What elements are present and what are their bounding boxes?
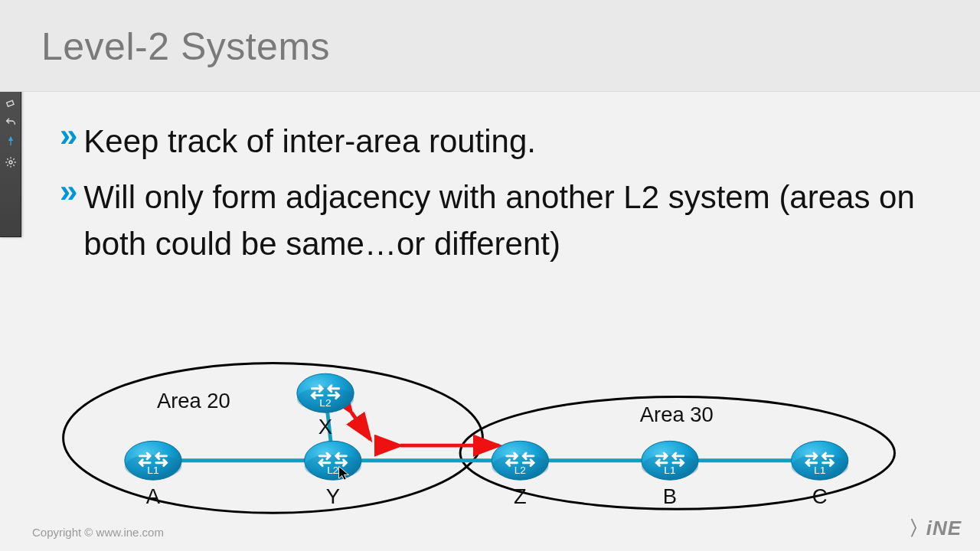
undo-icon[interactable] bbox=[3, 115, 18, 130]
gear-icon[interactable] bbox=[3, 155, 18, 170]
title-bar: Level-2 Systems bbox=[0, 0, 980, 92]
router-Z: L2 Z bbox=[492, 441, 548, 508]
eraser-icon[interactable] bbox=[3, 95, 18, 110]
adjacency-arrows bbox=[351, 412, 499, 445]
area-20-label: Area 20 bbox=[157, 389, 230, 412]
copyright-text: Copyright © www.ine.com bbox=[32, 526, 164, 539]
router-Z-name: Z bbox=[514, 484, 527, 508]
router-B-name: B bbox=[663, 484, 677, 508]
bullet-item: » Will only form adjacency with another … bbox=[60, 174, 957, 268]
router-X-name: X bbox=[318, 415, 332, 439]
page-title: Level-2 Systems bbox=[41, 24, 330, 69]
router-X: L2 X bbox=[297, 373, 354, 438]
router-Y-name: Y bbox=[326, 484, 340, 508]
svg-line-10 bbox=[351, 412, 370, 439]
router-A: L1 A bbox=[125, 441, 181, 508]
ine-logo: iNE bbox=[909, 515, 962, 542]
area-20-boundary bbox=[64, 364, 483, 514]
router-A-name: A bbox=[146, 484, 161, 508]
bullet-item: » Keep track of inter-area routing. bbox=[60, 119, 957, 165]
bullet-text: Keep track of inter-area routing. bbox=[83, 119, 536, 165]
svg-point-2 bbox=[9, 161, 12, 164]
router-A-level: L1 bbox=[147, 465, 158, 476]
router-B-level: L1 bbox=[664, 465, 675, 476]
pushpin-icon[interactable] bbox=[3, 135, 18, 150]
area-30-label: Area 30 bbox=[640, 403, 714, 426]
router-X-level: L2 bbox=[319, 397, 331, 409]
bullet-marker-icon: » bbox=[60, 119, 73, 152]
router-C-level: L1 bbox=[814, 465, 825, 476]
router-Y-level: L2 bbox=[327, 465, 338, 476]
router-Z-level: L2 bbox=[514, 465, 526, 476]
router-B: L1 B bbox=[642, 441, 698, 508]
content-area: » Keep track of inter-area routing. » Wi… bbox=[60, 119, 957, 277]
router-C-name: C bbox=[812, 484, 828, 508]
router-Y: L2 Y bbox=[305, 441, 361, 508]
bullet-marker-icon: » bbox=[60, 174, 73, 208]
bullet-text: Will only form adjacency with another L2… bbox=[83, 174, 957, 268]
svg-rect-1 bbox=[6, 100, 13, 106]
network-diagram: Area 20 Area 30 L1 A L2 X L2 Y L2 Z L1 B… bbox=[46, 348, 949, 520]
